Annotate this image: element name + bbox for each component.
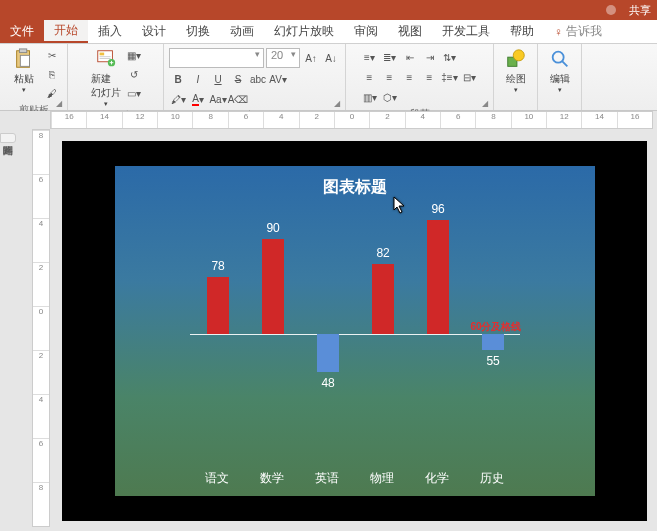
slide-canvas[interactable]: 图表标题 78904882965560分及格线 语文数学英语物理化学历史 (62, 141, 647, 521)
bullets-button[interactable]: ≡▾ (361, 48, 379, 66)
chart-category-label: 数学 (245, 470, 300, 487)
find-icon (549, 48, 571, 70)
chart-category-label: 物理 (355, 470, 410, 487)
chart-data-label: 96 (427, 202, 449, 216)
ribbon: 粘贴▾ ✂ ⎘ 🖌 剪贴板 ◢ 新建 幻灯片▾ ▦▾ ↺ ▭▾ 幻灯片 (0, 44, 657, 111)
editing-button[interactable]: 编辑▾ (543, 46, 577, 94)
highlight-icon: 🖍 (171, 94, 181, 105)
dialog-launcher-icon[interactable]: ◢ (334, 99, 344, 109)
tab-animation[interactable]: 动画 (220, 20, 264, 43)
tab-home[interactable]: 开始 (44, 20, 88, 43)
layout-button[interactable]: ▦▾ (125, 46, 143, 64)
chart-bar[interactable]: 78 (207, 277, 229, 334)
chart-category-axis: 语文数学英语物理化学历史 (190, 470, 520, 487)
chart-bar[interactable]: 55 (482, 334, 504, 350)
svg-point-9 (513, 50, 524, 61)
svg-rect-4 (99, 53, 104, 56)
align-center-button[interactable]: ≡ (381, 68, 399, 86)
svg-rect-5 (99, 56, 110, 57)
font-family-combo[interactable] (169, 48, 264, 68)
chart-data-label: 78 (207, 259, 229, 273)
chart-passline-label: 60分及格线 (470, 320, 521, 334)
chart-bar[interactable]: 82 (372, 264, 394, 334)
slide[interactable]: 图表标题 78904882965560分及格线 语文数学英语物理化学历史 (115, 166, 595, 496)
chart-title[interactable]: 图表标题 (180, 177, 530, 198)
line-spacing-button[interactable]: ‡≡▾ (441, 68, 459, 86)
text-direction-button[interactable]: ⇅▾ (441, 48, 459, 66)
font-color-button[interactable]: A▾ (189, 90, 207, 108)
chart-object[interactable]: 图表标题 78904882965560分及格线 语文数学英语物理化学历史 (180, 171, 530, 491)
paste-button[interactable]: 粘贴▾ (7, 46, 41, 94)
tab-developer[interactable]: 开发工具 (432, 20, 500, 43)
dialog-launcher-icon[interactable]: ◢ (482, 99, 492, 109)
new-slide-button[interactable]: 新建 幻灯片▾ (89, 46, 123, 108)
italic-button[interactable]: I (189, 70, 207, 88)
underline-button[interactable]: U (209, 70, 227, 88)
tab-tell-me[interactable]: ♀告诉我 (544, 20, 612, 43)
chart-category-label: 语文 (190, 470, 245, 487)
section-icon: ▭ (127, 88, 136, 99)
svg-rect-2 (20, 55, 29, 66)
chart-category-label: 历史 (465, 470, 520, 487)
indent-inc-button[interactable]: ⇥ (421, 48, 439, 66)
spacing-button[interactable]: AV▾ (269, 70, 287, 88)
svg-line-11 (561, 61, 567, 67)
thumbnails-panel-collapsed[interactable]: 略闢圖 (0, 133, 16, 143)
workspace: 略闢圖 1614121086420246810121416 864202468 … (0, 111, 657, 531)
justify-button[interactable]: ≡ (421, 68, 439, 86)
tab-file[interactable]: 文件 (0, 20, 44, 43)
chart-bar[interactable]: 96 (427, 220, 449, 334)
tab-review[interactable]: 审阅 (344, 20, 388, 43)
tab-transition[interactable]: 切换 (176, 20, 220, 43)
highlight-button[interactable]: 🖍▾ (169, 90, 187, 108)
ribbon-tabs: 文件 开始 插入 设计 切换 动画 幻灯片放映 审阅 视图 开发工具 帮助 ♀告… (0, 20, 657, 44)
section-button[interactable]: ▭▾ (125, 84, 143, 102)
chart-data-label: 48 (317, 376, 339, 390)
layout-icon: ▦ (127, 50, 136, 61)
chart-bar[interactable]: 90 (262, 239, 284, 334)
chart-data-label: 90 (262, 221, 284, 235)
chart-plot-area[interactable]: 78904882965560分及格线 (190, 207, 520, 461)
copy-icon: ⎘ (49, 69, 55, 80)
strike-button[interactable]: S (229, 70, 247, 88)
eraser-icon: A⌫ (228, 94, 249, 105)
align-left-button[interactable]: ≡ (361, 68, 379, 86)
indent-dec-button[interactable]: ⇤ (401, 48, 419, 66)
align-text-button[interactable]: ⊟▾ (461, 68, 479, 86)
tab-help[interactable]: 帮助 (500, 20, 544, 43)
reset-button[interactable]: ↺ (125, 65, 143, 83)
font-size-combo[interactable]: 20 (266, 48, 300, 68)
smartart-icon: ⬡ (383, 92, 392, 103)
drawing-button[interactable]: 绘图▾ (499, 46, 533, 94)
vertical-ruler[interactable]: 864202468 (32, 129, 50, 527)
shadow-button[interactable]: abc (249, 70, 267, 88)
svg-rect-1 (19, 49, 26, 53)
reset-icon: ↺ (130, 69, 138, 80)
bold-button[interactable]: B (169, 70, 187, 88)
brush-icon: 🖌 (47, 88, 57, 99)
chart-category-label: 英语 (300, 470, 355, 487)
chart-category-label: 化学 (410, 470, 465, 487)
horizontal-ruler[interactable]: 1614121086420246810121416 (50, 111, 653, 129)
cut-button[interactable]: ✂ (43, 46, 61, 64)
change-case-button[interactable]: Aa▾ (209, 90, 227, 108)
chart-bar[interactable]: 48 (317, 334, 339, 372)
tab-slideshow[interactable]: 幻灯片放映 (264, 20, 344, 43)
tab-insert[interactable]: 插入 (88, 20, 132, 43)
shrink-font-button[interactable]: A↓ (322, 49, 340, 67)
numbering-button[interactable]: ≣▾ (381, 48, 399, 66)
chart-data-label: 55 (482, 354, 504, 368)
svg-rect-6 (99, 58, 110, 59)
tab-view[interactable]: 视图 (388, 20, 432, 43)
share-button[interactable]: 共享 (596, 3, 651, 18)
paste-icon (13, 48, 35, 70)
align-right-button[interactable]: ≡ (401, 68, 419, 86)
grow-font-button[interactable]: A↑ (302, 49, 320, 67)
dialog-launcher-icon[interactable]: ◢ (56, 99, 66, 109)
copy-button[interactable]: ⎘ (43, 65, 61, 83)
columns-button[interactable]: ▥▾ (361, 88, 379, 106)
tab-design[interactable]: 设计 (132, 20, 176, 43)
clear-format-button[interactable]: A⌫ (229, 90, 247, 108)
titlebar: 共享 (0, 0, 657, 20)
smartart-button[interactable]: ⬡▾ (381, 88, 399, 106)
